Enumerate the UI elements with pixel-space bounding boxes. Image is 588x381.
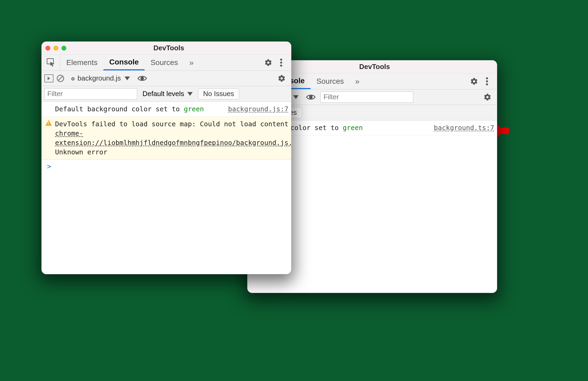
tabs-overflow-icon[interactable]: » xyxy=(350,77,365,86)
settings-gear-icon[interactable] xyxy=(469,76,480,87)
log-source-link[interactable]: background.ts:7 xyxy=(434,123,494,132)
context-label: background.js xyxy=(78,74,121,82)
svg-line-9 xyxy=(58,76,63,81)
window-title: DevTools xyxy=(50,44,287,52)
log-row: Default background color set to green ba… xyxy=(42,102,291,117)
tabs-overflow-icon[interactable]: » xyxy=(184,58,199,67)
kebab-menu-icon[interactable] xyxy=(481,76,493,87)
console-settings-gear-icon[interactable] xyxy=(482,92,493,103)
filter-input[interactable] xyxy=(44,88,137,100)
warning-link[interactable]: chrome-extension://liobmlhmhjfldnedgofmn… xyxy=(55,129,291,147)
svg-point-2 xyxy=(486,83,488,85)
settings-gear-icon[interactable] xyxy=(263,57,274,68)
tab-sources[interactable]: Sources xyxy=(145,55,184,70)
warning-text: DevTools failed to load source map: Coul… xyxy=(55,119,291,157)
log-text: Default background color set to green xyxy=(55,104,224,114)
close-icon[interactable] xyxy=(45,46,50,51)
console-output: Default background color set to green ba… xyxy=(42,102,291,173)
chevron-down-icon xyxy=(293,95,299,99)
svg-point-7 xyxy=(280,64,282,67)
devtools-window-left: DevTools Elements Console Sources » back… xyxy=(41,41,291,274)
live-expression-icon[interactable] xyxy=(306,94,316,100)
console-settings-gear-icon[interactable] xyxy=(276,73,287,84)
inspect-element-icon[interactable] xyxy=(42,55,60,70)
filter-input[interactable] xyxy=(320,92,413,103)
log-source-link[interactable]: background.js:7 xyxy=(228,104,288,114)
svg-point-3 xyxy=(310,96,312,98)
gear-icon xyxy=(70,76,75,81)
log-text-color: green xyxy=(184,105,204,113)
console-prompt[interactable]: > xyxy=(42,160,291,173)
chevron-down-icon xyxy=(187,92,193,96)
context-selector[interactable]: background.js xyxy=(67,74,133,83)
svg-point-0 xyxy=(486,77,488,79)
levels-label: Default levels xyxy=(142,90,184,98)
svg-point-6 xyxy=(280,62,282,64)
svg-point-10 xyxy=(141,77,144,80)
live-expression-icon[interactable] xyxy=(137,75,147,82)
chevron-down-icon xyxy=(125,77,130,80)
warning-icon xyxy=(45,120,52,126)
tab-console[interactable]: Console xyxy=(103,55,145,70)
warning-text-before: DevTools failed to load source map: Coul… xyxy=(55,120,291,128)
tab-elements[interactable]: Elements xyxy=(60,55,103,70)
titlebar: DevTools xyxy=(42,42,291,55)
no-issues-button[interactable]: No Issues xyxy=(198,88,239,100)
tab-row: Elements Console Sources » xyxy=(42,55,291,71)
kebab-menu-icon[interactable] xyxy=(276,57,287,68)
warning-row: DevTools failed to load source map: Coul… xyxy=(42,117,291,160)
log-text-color: green xyxy=(343,124,363,132)
console-toolbar: background.js xyxy=(42,71,291,86)
filter-row: Default levels No Issues xyxy=(42,86,291,102)
tab-sources[interactable]: Sources xyxy=(311,73,350,89)
svg-point-1 xyxy=(486,80,488,82)
toggle-drawer-icon[interactable] xyxy=(44,74,53,82)
clear-console-icon[interactable] xyxy=(56,74,65,83)
svg-point-5 xyxy=(280,59,282,61)
levels-selector[interactable]: Default levels xyxy=(142,90,193,98)
window-title: DevTools xyxy=(256,63,493,71)
log-text-before: Default background color set to xyxy=(55,105,184,113)
